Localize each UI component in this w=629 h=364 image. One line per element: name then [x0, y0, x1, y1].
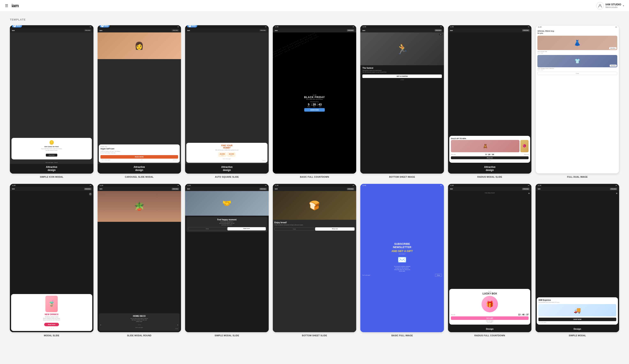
card-auto-square-slide[interactable]: N New 11:40 ▪▪▪ iam PRICING FIND YOURHOB… [185, 25, 269, 178]
phone-statusbar: 11:40 ▪▪▪ [536, 25, 619, 28]
sms-content: 🤝 Feel happy moment Anniversary manageme… [185, 191, 269, 332]
countdown-content: FRIDAY SALE SEASON BLACK FRIDAY SALE SEA… [273, 32, 356, 174]
card-slide-modal-round[interactable]: 11:40 ▪▪▪ iam PRICING 🪴 HOME DECO Put [98, 184, 181, 337]
card-preview-basic-full-countdown: 11:40 ▪▪▪ iam PRICING FRIDAY SALE SEASON… [273, 25, 356, 174]
card-bottom-sheet-image[interactable]: 11:40 ▪▪▪ iam PRICING 🏃 1/3 The fastest … [360, 25, 444, 178]
card-label-slide-modal-round: SLIDE MODAL ROUND [98, 334, 181, 337]
app-bar: iam PRICING [98, 187, 181, 191]
template-grid-row1: N New 11:40 ▪▪▪ iam PRICING 🪙 Get Coi [10, 25, 619, 178]
card-label-bottom-sheet-slide: BOTTOM SHEET SLIDE [273, 334, 356, 337]
card-label-bottom-sheet-image: BOTTOM SHEET IMAGE [360, 176, 444, 178]
card-basic-full-countdown[interactable]: 11:40 ▪▪▪ iam PRICING FRIDAY SALE SEASON… [273, 25, 356, 178]
app-bar: iam PRICING [448, 187, 532, 191]
bfi-content: SUBSCRIBENEWSLETTER AND GET A GIFT 04.17… [360, 187, 444, 332]
card-label-radius-full-countdown: RADIUS FULL COUNTDOWN [448, 334, 532, 337]
phone-statusbar: 11:40 ▪▪▪ [360, 25, 444, 28]
app-bar: iam PRICING [10, 28, 93, 32]
card-label-simple-icon-modal: SIMPLE ICON MODAL [10, 176, 93, 178]
card-simple-modal[interactable]: 11:40 ▪▪▪ iam PRICING ✕ IAM Express We g… [536, 184, 619, 337]
card-preview-slide-modal-round: 11:40 ▪▪▪ iam PRICING 🪴 HOME DECO Put [98, 184, 181, 332]
fdi-container: SPECIAL PRICE Onlyfor you 👗 Show More Ne… [536, 28, 619, 173]
card-label-full-dual-image: FULL DUAL IMAGE [536, 176, 619, 178]
card-preview-simple-icon-modal: N New 11:40 ▪▪▪ iam PRICING 🪙 Get Coi [10, 25, 93, 174]
rm-content: SALE UP TO 60% 🧸 🧶 Time Left 8 : 25 : 38… [448, 32, 532, 164]
card-preview-simple-modal-slide: 11:40 ▪▪▪ iam PRICING 🤝 Feel happy momen… [185, 184, 269, 332]
sm-content: ✕ IAM Express We guarantee your arrival … [536, 191, 619, 326]
carousel-modal: Healthy Tips Vegan Self Care Cheer for h… [99, 144, 180, 163]
app-bar: iam PRICING [185, 28, 269, 32]
main-content: TEMPLATE N New 11:40 ▪▪▪ iam PRICING [0, 11, 629, 343]
header: ☰ iam IAM STUDIO Metricstudio ▾ [0, 0, 629, 11]
bf-main: 11:40 BLACK FRIDAY UP TO 80% SALE only 2… [303, 93, 326, 113]
badge-new: N New [12, 25, 22, 27]
app-bar: iam PRICING [273, 28, 356, 32]
app-bar: iam PRICING [10, 187, 93, 191]
ms-content: ✕ 🧋 NEW DRINKS! Strawberry season is bac… [10, 191, 93, 332]
phone-statusbar: 11:40 ▪▪▪ [98, 25, 181, 28]
phone-statusbar: 11:40 ▪▪▪ [273, 25, 356, 28]
card-preview-modal-slide: 11:40 ▪▪▪ iam PRICING ✕ 🧋 NEW DRINKS! St… [10, 184, 93, 332]
card-radius-full-countdown[interactable]: 11:40 ▪▪▪ iam PRICING ✕ Only 2days Event… [448, 184, 532, 337]
chevron-down-icon: ▾ [623, 4, 624, 7]
app-bar: iam PRICING [185, 187, 269, 191]
card-simple-modal-slide[interactable]: 11:40 ▪▪▪ iam PRICING 🤝 Feel happy momen… [185, 184, 269, 337]
card-preview-simple-modal: 11:40 ▪▪▪ iam PRICING ✕ IAM Express We g… [536, 184, 619, 332]
rfc-content: ✕ Only 2days Event! Event LUCKY BOX 🎁 Ti… [448, 191, 532, 326]
card-simple-icon-modal[interactable]: N New 11:40 ▪▪▪ iam PRICING 🪙 Get Coi [10, 25, 93, 178]
card-preview-full-dual-image: 11:40 ▪▪▪ SPECIAL PRICE Onlyfor you 👗 Sh… [536, 25, 619, 174]
hamburger-menu[interactable]: ☰ [5, 3, 8, 8]
phone-statusbar: 11:40 ▪▪▪ [448, 25, 532, 28]
phone-statusbar: 11:40 ▪▪▪ [185, 25, 269, 28]
card-preview-basic-full-image: 11:40 ▪▪▪ SUBSCRIBENEWSLETTER AND GET A … [360, 184, 444, 332]
modal-content: 🪙 Get Coins for free! If you read New Se… [11, 138, 92, 159]
avatar [596, 2, 604, 9]
card-label-basic-full-countdown: BASIC FULL COUNTDOWN [273, 176, 356, 178]
user-profile[interactable]: IAM STUDIO Metricstudio ▾ [596, 2, 624, 9]
badge-new-auto: N New [187, 25, 197, 27]
template-grid-row2: 11:40 ▪▪▪ iam PRICING ✕ 🧋 NEW DRINKS! St… [10, 184, 619, 337]
card-bottom-sheet-slide[interactable]: 11:40 ▪▪▪ iam PRICING 🍞 Enjoy bread! C [273, 184, 356, 337]
logo: iam [11, 3, 19, 8]
card-label-basic-full-image: BASIC FULL IMAGE [360, 334, 444, 337]
card-preview-auto-square-slide: N New 11:40 ▪▪▪ iam PRICING FIND YOURHOB… [185, 25, 269, 174]
card-radius-modal-slide[interactable]: 11:40 ▪▪▪ iam PRICING SALE UP TO 60% 🧸 🧶 [448, 25, 532, 178]
user-info: IAM STUDIO Metricstudio [605, 3, 621, 9]
card-preview-carousel-slide-modal: N New 11:40 ▪▪▪ iam PRICING 👩 Healthy T [98, 25, 181, 174]
card-basic-full-image[interactable]: 11:40 ▪▪▪ SUBSCRIBENEWSLETTER AND GET A … [360, 184, 444, 337]
header-left: ☰ iam [5, 3, 19, 8]
card-label-modal-slide: MODAL SLIDE [10, 334, 93, 337]
card-preview-bottom-sheet-slide: 11:40 ▪▪▪ iam PRICING 🍞 Enjoy bread! C [273, 184, 356, 332]
auto-square-content: FIND YOURHOBBY IAM will find you a hobby… [185, 32, 269, 164]
app-bar: iam PRICING [98, 28, 181, 32]
card-label-simple-modal-slide: SIMPLE MODAL SLIDE [185, 334, 269, 337]
card-carousel-slide-modal[interactable]: N New 11:40 ▪▪▪ iam PRICING 👩 Healthy T [98, 25, 181, 178]
phone-statusbar: 11:40 ▪▪▪ [10, 184, 93, 187]
app-bar: iam PRICING [448, 28, 532, 32]
phone-statusbar: 11:40 ▪▪▪ [98, 184, 181, 187]
card-modal-slide[interactable]: 11:40 ▪▪▪ iam PRICING ✕ 🧋 NEW DRINKS! St… [10, 184, 93, 337]
phone-statusbar: 11:40 ▪▪▪ [185, 184, 269, 187]
section-title: TEMPLATE [10, 18, 619, 21]
bs-image: 🏃 1/3 [360, 32, 444, 65]
user-studio-label: IAM STUDIO [605, 3, 621, 6]
phone-statusbar: 11:40 ▪▪▪ [273, 184, 356, 187]
user-studio-name: Metricstudio [605, 6, 621, 8]
card-label-simple-modal: SIMPLE MODAL [536, 334, 619, 337]
card-label-carousel-slide-modal: CAROUSEL SLIDE MODAL [98, 176, 181, 178]
app-bar: iam PRICING [536, 187, 619, 191]
phone-statusbar: 11:40 ▪▪▪ [448, 184, 532, 187]
app-bar: iam PRICING [360, 28, 444, 32]
smr-modal: HOME DECO Put my taste in the interior. … [99, 313, 180, 331]
card-label-auto-square-slide: AUTO SQUARE SLIDE [185, 176, 269, 178]
card-preview-radius-full-countdown: 11:40 ▪▪▪ iam PRICING ✕ Only 2days Event… [448, 184, 532, 332]
card-full-dual-image[interactable]: 11:40 ▪▪▪ SPECIAL PRICE Onlyfor you 👗 Sh… [536, 25, 619, 178]
phone-statusbar: 11:40 ▪▪▪ [360, 184, 444, 187]
card-preview-bottom-sheet-image: 11:40 ▪▪▪ iam PRICING 🏃 1/3 The fastest … [360, 25, 444, 174]
bs-content: The fastest Sportswear to boost your per… [360, 65, 444, 174]
app-bar: iam PRICING [273, 187, 356, 191]
card-label-radius-modal-slide: RADIUS MODAL SLIDE [448, 176, 532, 178]
badge-new-carousel: N New [100, 25, 110, 27]
card-preview-radius-modal-slide: 11:40 ▪▪▪ iam PRICING SALE UP TO 60% 🧸 🧶 [448, 25, 532, 174]
phone-statusbar: 11:40 ▪▪▪ [10, 25, 93, 28]
bss-content: 🍞 Enjoy bread! Check out dessert restaur… [273, 191, 356, 332]
